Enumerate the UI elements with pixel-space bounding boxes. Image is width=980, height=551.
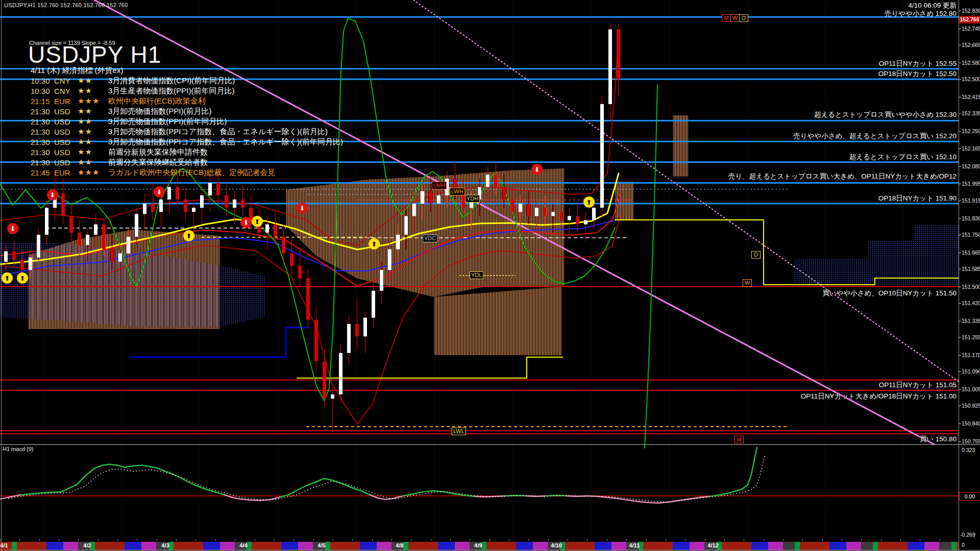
importance-stars-icon: ★★: [78, 158, 108, 167]
sell-signal-icon: ⬇: [297, 203, 308, 214]
date-label: 4/9: [469, 542, 487, 548]
date-label: 4/4: [234, 542, 253, 548]
price-tick-label: 151.255: [962, 334, 980, 340]
macd-line: [332, 480, 339, 483]
macd-line: [87, 468, 94, 474]
macd-line: [41, 492, 61, 493]
update-status: 4/10 06:09 更新 売りやや小さめ 152.80: [885, 2, 957, 18]
macd-line: [720, 493, 727, 495]
sell-signal-icon: ⬇: [531, 164, 543, 175]
level-note-152-80: 売りやや小さめ 152.80: [885, 10, 957, 18]
price-tick-label: 152.580: [962, 60, 980, 66]
macd-line: [347, 486, 355, 489]
price-tick-label: 151.915: [962, 197, 980, 204]
blue-cloud: [794, 225, 959, 286]
macd-line: [20, 493, 41, 495]
orange-cloud: [434, 287, 561, 355]
buy-signal-icon: ⬆: [183, 230, 194, 241]
calendar-event-row: 10:30CNY★★3月消費者物価指数(CPI)(前年同月比): [31, 76, 235, 86]
event-currency: USD: [54, 107, 78, 116]
calendar-event-row: 21:15EUR★★★欧州中央銀行(ECB)政策金利: [31, 96, 206, 106]
calendar-heading: 4/11 (木) 経済指標 (外貨ex): [31, 65, 123, 76]
chart-object-tag-ydl[interactable]: YDL: [470, 271, 483, 279]
chart-object-tag-d[interactable]: D: [751, 251, 761, 259]
price-tick-label: 151.585: [962, 266, 980, 272]
price-tick-label: 150.755: [962, 438, 980, 444]
chart-object-tag-ydc[interactable]: YDC: [423, 235, 437, 242]
macd-current-box: 0.00: [959, 492, 980, 500]
event-description: 3月卸売物価指数(PPIコア指数、食品・エネルギー除く)(前年同月比): [108, 137, 343, 147]
timeframe-marker-m[interactable]: M: [722, 14, 731, 22]
event-description: 3月生産者物価指数(PPI)(前年同月比): [108, 86, 235, 96]
macd-line: [727, 491, 735, 493]
price-tick-label: 152.665: [962, 42, 980, 48]
candle: [568, 208, 571, 237]
level-label: 買い 150.80: [920, 435, 957, 444]
price-tick-label: 151.500: [962, 284, 980, 290]
macd-line: [77, 474, 87, 485]
svg-text:⬆: ⬆: [586, 198, 592, 206]
macd-line: [454, 494, 464, 495]
macd-line: [735, 489, 743, 491]
chart-object-tag-w[interactable]: W: [743, 279, 752, 287]
macd-line: [751, 459, 754, 474]
date-label: 4/8: [390, 542, 409, 548]
macd-line: [754, 447, 757, 459]
macd-line: [142, 465, 149, 466]
chart-object-tag-lmh[interactable]: LMH: [432, 182, 447, 189]
macd-line: [194, 485, 204, 489]
price-tick-label: 151.750: [962, 232, 980, 238]
candle: [208, 174, 212, 212]
candle: [37, 229, 40, 262]
svg-text:⬆: ⬆: [186, 232, 192, 240]
importance-stars-icon: ★★★: [78, 96, 108, 106]
event-time: 21:45: [31, 168, 54, 177]
macd-line: [324, 479, 332, 480]
candle: [331, 386, 334, 432]
orange-cloud: [673, 115, 688, 177]
event-description: 3月卸売物価指数(PPI)(前年同月比): [108, 117, 227, 127]
importance-stars-icon: ★★: [78, 107, 108, 116]
candle: [241, 185, 244, 216]
chart-object-tag-m[interactable]: M: [734, 436, 744, 443]
macd-line: [149, 466, 156, 468]
candle: [61, 179, 65, 224]
sell-signal-icon: ⬇: [154, 186, 165, 197]
candle: [592, 204, 596, 229]
axis-separator: [959, 0, 959, 551]
importance-stars-icon: ★★: [78, 137, 108, 146]
event-time: 21:30: [31, 158, 54, 167]
chart-object-tag-lwh[interactable]: LWH: [450, 188, 465, 195]
calendar-event-row: 21:30USD★★3月卸売物価指数(PPI)(前月比): [31, 106, 212, 116]
candle: [167, 179, 171, 214]
chart-object-tag-lwl[interactable]: LWL: [452, 428, 466, 435]
chart-object-tag-ydh[interactable]: YDH: [465, 195, 480, 203]
event-description: 前週分新規失業保険申請件数: [108, 147, 208, 157]
calendar-event-row: 21:30USD★★3月卸売物価指数(PPIコア指数、食品・エネルギー除く)(前…: [31, 137, 343, 147]
svg-text:⬆: ⬆: [20, 274, 26, 282]
buy-signal-icon: ⬆: [2, 272, 13, 284]
event-time: 21:30: [31, 107, 54, 116]
macd-line: [587, 496, 597, 496]
macd-line: [546, 495, 556, 496]
importance-stars-icon: ★★★: [78, 168, 108, 177]
calendar-event-row: 21:45EUR★★★ラガルド欧州中央銀行(ECB)総裁、定例記者会見: [31, 167, 275, 178]
timeframe-marker-w[interactable]: W: [730, 14, 740, 22]
level-label: OP11日NYカット 151.05: [879, 381, 957, 390]
macd-line: [699, 496, 709, 497]
level-label: 売りやや小さめ、超えるとストップロス買い 152.20: [793, 132, 957, 141]
candle: [314, 307, 318, 369]
macd-axis-bottom: -0.269: [960, 532, 975, 538]
macd-axis-top: 0.323: [962, 447, 975, 453]
date-label: 4/11: [625, 542, 644, 548]
calendar-event-row: 21:30USD★★前週分失業保険継続受給者数: [31, 157, 208, 167]
macd-signal-line: [8, 455, 765, 502]
level-label: 買いやや小さめ、OP10日NYカット 151.50: [822, 289, 957, 298]
svg-text:⬆: ⬆: [372, 240, 377, 248]
macd-line: [240, 499, 250, 500]
macd-line: [424, 491, 434, 492]
candle: [290, 237, 293, 274]
timeframe-marker-d[interactable]: D: [739, 14, 748, 22]
macd-line: [370, 495, 378, 498]
price-tick-label: 152.250: [962, 128, 980, 134]
